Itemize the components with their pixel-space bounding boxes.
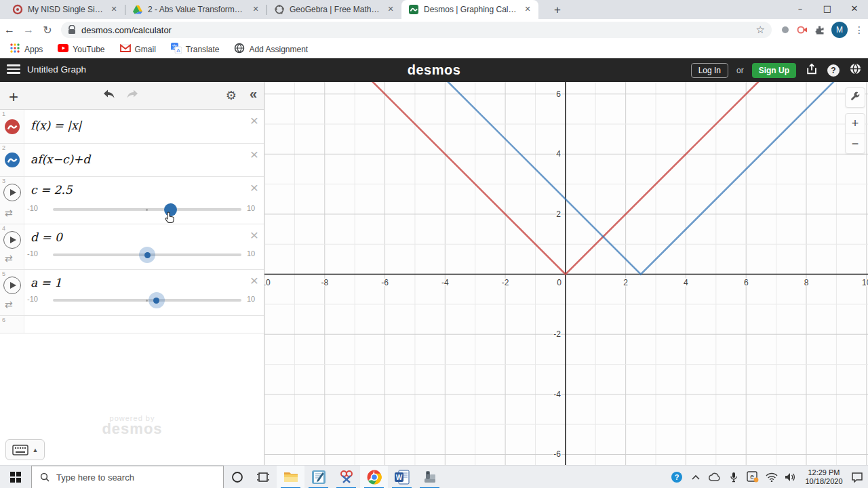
url-text: desmos.com/calculator xyxy=(81,25,756,35)
extension-arrow-icon[interactable] xyxy=(797,25,808,35)
maximize-button[interactable]: □ xyxy=(814,0,841,19)
share-icon[interactable] xyxy=(804,63,819,78)
expression-row[interactable]: 2af(x−c)+d× xyxy=(0,144,264,177)
expression-row[interactable]: 4⇄d = 0×-1010 xyxy=(0,224,264,270)
reload-icon[interactable]: ↻ xyxy=(38,24,57,37)
zoom-out-button[interactable]: − xyxy=(846,134,865,155)
delete-expression-icon[interactable]: × xyxy=(250,228,258,242)
bookmark-add-assignment[interactable]: Add Assignment xyxy=(234,43,308,56)
undo-icon[interactable] xyxy=(102,87,117,101)
apps-grid-icon xyxy=(9,43,20,56)
browser-menu-icon[interactable]: ⋮ xyxy=(854,24,864,35)
minimize-button[interactable]: – xyxy=(787,0,814,19)
expression-row[interactable]: 3⇄c = 2.5×-1010 xyxy=(0,177,264,224)
redo-icon[interactable] xyxy=(125,87,140,101)
slider-loop-icon[interactable]: ⇄ xyxy=(5,253,13,264)
slider-track[interactable] xyxy=(53,208,241,211)
graph-canvas[interactable]: -10-8-6-4-20246810-6-4-2246 xyxy=(264,82,868,465)
expression-latex[interactable]: f(x) = |x| xyxy=(31,119,81,132)
task-view-icon[interactable] xyxy=(250,466,277,488)
browser-tab-active[interactable]: Desmos | Graphing Calculator✕ xyxy=(401,0,538,19)
slider-latex[interactable]: d = 0 xyxy=(31,230,62,244)
taskbar-app-snip-sketch[interactable] xyxy=(332,466,360,488)
expression-gutter: 4⇄ xyxy=(0,224,24,269)
row-number: 6 xyxy=(2,317,5,323)
delete-expression-icon[interactable]: × xyxy=(250,114,258,127)
slider-knob[interactable] xyxy=(153,298,159,304)
browser-tab[interactable]: 2 - Abs Value Transformations - G✕ xyxy=(125,0,267,19)
microphone-icon[interactable] xyxy=(727,472,741,483)
delete-expression-icon[interactable]: × xyxy=(250,181,258,195)
svg-text:8: 8 xyxy=(804,278,809,287)
cortana-icon[interactable] xyxy=(224,466,251,488)
tray-app-icon[interactable]: e xyxy=(746,471,760,483)
bookmark-gmail[interactable]: Gmail xyxy=(120,43,156,56)
taskbar-app-file-explorer[interactable] xyxy=(277,466,304,488)
show-hidden-icons-chevron[interactable] xyxy=(689,474,703,480)
zoom-in-button[interactable]: + xyxy=(846,114,865,134)
keyboard-toggle-button[interactable]: ▲ xyxy=(5,439,45,460)
wifi-icon[interactable] xyxy=(765,472,778,482)
add-expression-button[interactable]: + xyxy=(5,87,22,106)
slider-loop-icon[interactable]: ⇄ xyxy=(5,299,13,310)
expression-color-icon[interactable] xyxy=(4,152,20,168)
address-bar[interactable]: desmos.com/calculator ☆ xyxy=(61,22,772,38)
graph-settings-wrench-button[interactable] xyxy=(845,87,865,108)
forward-icon[interactable]: → xyxy=(19,24,38,36)
action-center-icon[interactable] xyxy=(850,472,864,483)
slider-latex[interactable]: c = 2.5 xyxy=(31,183,73,197)
bookmark-youtube[interactable]: YouTube xyxy=(58,43,104,56)
speaker-icon[interactable] xyxy=(784,472,797,482)
taskbar-app-notebook-app[interactable] xyxy=(304,466,332,488)
taskbar-search-box[interactable]: Type here to search xyxy=(31,466,224,488)
slider-play-button[interactable] xyxy=(3,231,21,249)
delete-expression-icon[interactable]: × xyxy=(250,148,258,161)
slider-play-button[interactable] xyxy=(3,277,21,294)
expression-color-icon[interactable] xyxy=(4,119,20,135)
tab-close-icon[interactable]: ✕ xyxy=(385,4,396,15)
taskbar-app-chrome[interactable] xyxy=(360,466,388,488)
puzzle-icon[interactable] xyxy=(814,25,825,35)
clock-date: 10/18/2020 xyxy=(803,477,845,486)
graph-settings-gear-icon[interactable]: ⚙ xyxy=(226,88,237,102)
tab-close-icon[interactable]: ✕ xyxy=(522,4,533,15)
profile-avatar[interactable]: M xyxy=(831,22,848,38)
browser-tab[interactable]: GeoGebra | Free Math Apps - use✕ xyxy=(267,0,401,19)
expression-latex[interactable]: af(x−c)+d xyxy=(31,152,90,166)
login-button[interactable]: Log In xyxy=(691,63,728,78)
bookmark-translate[interactable]: 文ATranslate xyxy=(171,43,220,56)
tab-title: Desmos | Graphing Calculator xyxy=(424,5,517,14)
expression-row[interactable]: 6 xyxy=(0,316,264,333)
onedrive-cloud-icon[interactable] xyxy=(708,472,722,482)
slider-latex[interactable]: a = 1 xyxy=(31,276,62,289)
word-icon: W xyxy=(394,469,410,485)
signup-button[interactable]: Sign Up xyxy=(752,63,796,78)
language-globe-icon[interactable] xyxy=(848,62,863,78)
close-button[interactable]: ✕ xyxy=(841,0,868,19)
graph-paper[interactable]: -10-8-6-4-20246810-6-4-2246 + − xyxy=(264,82,868,465)
expression-row[interactable]: 5⇄a = 1×-1010 xyxy=(0,270,264,316)
tab-close-icon[interactable]: ✕ xyxy=(250,4,261,15)
collapse-panel-icon[interactable]: « xyxy=(250,86,257,102)
tab-close-icon[interactable]: ✕ xyxy=(108,4,119,15)
new-tab-button[interactable]: + xyxy=(549,3,566,19)
taskbar-app-document-camera[interactable] xyxy=(416,466,443,488)
slider-track[interactable] xyxy=(53,299,241,302)
slider-play-button[interactable] xyxy=(3,184,21,201)
delete-expression-icon[interactable]: × xyxy=(250,274,258,287)
browser-tab[interactable]: My NISD Single Sign-On Portal✕ xyxy=(5,0,125,19)
extension-icon[interactable] xyxy=(781,25,790,35)
taskbar-app-word[interactable]: W xyxy=(388,466,416,488)
bookmark-apps[interactable]: Apps xyxy=(9,43,43,56)
help-bubble-icon[interactable]: ? xyxy=(670,471,684,483)
taskbar-clock[interactable]: 12:29 PM 10/18/2020 xyxy=(803,468,845,486)
clock-time: 12:29 PM xyxy=(803,468,845,477)
slider-knob[interactable] xyxy=(144,252,151,258)
back-icon[interactable]: ← xyxy=(0,24,19,36)
slider-min-label: -10 xyxy=(27,249,38,258)
slider-loop-icon[interactable]: ⇄ xyxy=(5,207,13,218)
expression-row[interactable]: 1f(x) = |x|× xyxy=(0,110,264,144)
help-icon[interactable]: ? xyxy=(827,64,840,77)
start-button[interactable] xyxy=(0,466,31,488)
bookmark-star-icon[interactable]: ☆ xyxy=(756,24,765,36)
